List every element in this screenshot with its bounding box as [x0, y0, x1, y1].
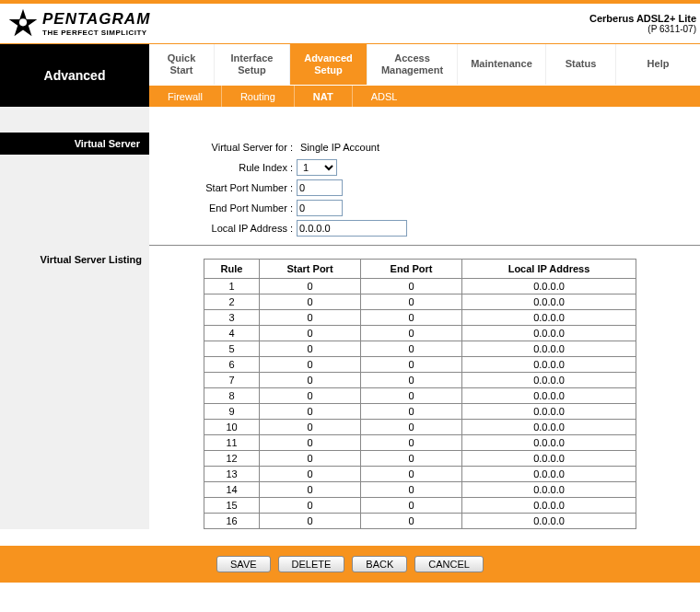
delete-button[interactable]: DELETE: [278, 556, 345, 572]
tab-help[interactable]: Help: [615, 44, 700, 85]
table-row: 13000.0.0.0: [204, 467, 636, 482]
cell-start: 0: [260, 451, 361, 467]
cell-rule: 11: [204, 435, 260, 451]
cell-rule: 8: [204, 388, 260, 404]
end-port-input[interactable]: [297, 200, 343, 216]
cell-start: 0: [260, 514, 361, 529]
save-button[interactable]: SAVE: [216, 556, 271, 572]
cell-rule: 5: [204, 341, 260, 357]
table-row: 4000.0.0.0: [204, 326, 636, 341]
cell-rule: 14: [204, 482, 260, 498]
cell-ip: 0.0.0.0: [462, 357, 636, 373]
cell-start: 0: [260, 326, 361, 341]
table-row: 2000.0.0.0: [204, 294, 636, 310]
logo-icon: [7, 7, 39, 40]
cell-ip: 0.0.0.0: [462, 420, 636, 435]
subtab-adsl[interactable]: ADSL: [353, 86, 416, 108]
cell-rule: 7: [204, 373, 260, 388]
divider: [149, 245, 700, 246]
header-bar: PENTAGRAM THE PERFECT SIMPLICITY Cerberu…: [0, 0, 700, 44]
table-row: 15000.0.0.0: [204, 498, 636, 514]
cell-rule: 16: [204, 514, 260, 529]
subtab-routing[interactable]: Routing: [222, 86, 295, 108]
subtab-firewall[interactable]: Firewall: [149, 86, 222, 108]
cell-ip: 0.0.0.0: [462, 388, 636, 404]
subtab-nat[interactable]: NAT: [295, 86, 353, 108]
tab-status[interactable]: Status: [545, 44, 615, 85]
col-start-port: Start Port: [260, 260, 361, 279]
cell-start: 0: [260, 435, 361, 451]
cell-start: 0: [260, 498, 361, 514]
table-row: 6000.0.0.0: [204, 357, 636, 373]
nav-title: Advanced: [0, 44, 149, 107]
cell-start: 0: [260, 420, 361, 435]
cell-ip: 0.0.0.0: [462, 279, 636, 294]
cell-ip: 0.0.0.0: [462, 498, 636, 514]
vs-for-label: Virtual Server for :: [168, 142, 297, 153]
section-heading: Virtual Server: [0, 133, 149, 155]
col-rule: Rule: [204, 260, 260, 279]
table-row: 12000.0.0.0: [204, 451, 636, 467]
cell-end: 0: [361, 467, 462, 482]
table-row: 8000.0.0.0: [204, 388, 636, 404]
back-button[interactable]: BACK: [352, 556, 407, 572]
col-local-ip: Local IP Address: [462, 260, 636, 279]
cell-end: 0: [361, 388, 462, 404]
rule-index-select[interactable]: 1: [297, 159, 337, 176]
sub-tabs: Firewall Routing NAT ADSL: [149, 85, 700, 107]
listing-heading: Virtual Server Listing: [0, 250, 149, 269]
cell-end: 0: [361, 404, 462, 420]
cell-rule: 12: [204, 451, 260, 467]
cell-rule: 15: [204, 498, 260, 514]
cell-rule: 4: [204, 326, 260, 341]
cell-ip: 0.0.0.0: [462, 326, 636, 341]
brand: PENTAGRAM THE PERFECT SIMPLICITY: [7, 7, 150, 40]
cancel-button[interactable]: CANCEL: [414, 556, 484, 572]
cell-end: 0: [361, 420, 462, 435]
start-port-label: Start Port Number :: [168, 182, 297, 193]
cell-rule: 2: [204, 294, 260, 310]
tab-maintenance[interactable]: Maintenance: [457, 44, 545, 85]
cell-start: 0: [260, 404, 361, 420]
tab-access-management[interactable]: AccessManagement: [367, 44, 457, 85]
cell-end: 0: [361, 435, 462, 451]
cell-ip: 0.0.0.0: [462, 482, 636, 498]
vs-for-value: Single IP Account: [297, 142, 379, 153]
tab-interface-setup[interactable]: InterfaceSetup: [214, 44, 289, 85]
cell-end: 0: [361, 279, 462, 294]
cell-rule: 3: [204, 310, 260, 326]
footer-bar: SAVE DELETE BACK CANCEL: [0, 546, 700, 583]
cell-ip: 0.0.0.0: [462, 294, 636, 310]
cell-start: 0: [260, 482, 361, 498]
cell-ip: 0.0.0.0: [462, 451, 636, 467]
rule-index-label: Rule Index :: [168, 162, 297, 173]
cell-start: 0: [260, 467, 361, 482]
table-row: 5000.0.0.0: [204, 341, 636, 357]
cell-end: 0: [361, 294, 462, 310]
device-model: (P 6311-07): [589, 24, 696, 34]
tab-quick-start[interactable]: QuickStart: [149, 44, 214, 85]
cell-start: 0: [260, 341, 361, 357]
cell-ip: 0.0.0.0: [462, 514, 636, 529]
device-name: Cerberus ADSL2+ Lite: [589, 13, 696, 24]
cell-end: 0: [361, 498, 462, 514]
start-port-input[interactable]: [297, 179, 343, 196]
cell-ip: 0.0.0.0: [462, 373, 636, 388]
table-row: 11000.0.0.0: [204, 435, 636, 451]
table-row: 1000.0.0.0: [204, 279, 636, 294]
virtual-server-table: Rule Start Port End Port Local IP Addres…: [204, 259, 636, 529]
table-row: 3000.0.0.0: [204, 310, 636, 326]
cell-rule: 10: [204, 420, 260, 435]
cell-rule: 13: [204, 467, 260, 482]
tab-advanced-setup[interactable]: AdvancedSetup: [289, 44, 367, 85]
cell-start: 0: [260, 357, 361, 373]
table-row: 9000.0.0.0: [204, 404, 636, 420]
cell-rule: 1: [204, 279, 260, 294]
local-ip-input[interactable]: [297, 220, 407, 237]
cell-ip: 0.0.0.0: [462, 435, 636, 451]
table-row: 16000.0.0.0: [204, 514, 636, 529]
cell-end: 0: [361, 482, 462, 498]
main-tabs: QuickStart InterfaceSetup AdvancedSetup …: [149, 44, 700, 85]
col-end-port: End Port: [361, 260, 462, 279]
cell-end: 0: [361, 326, 462, 341]
